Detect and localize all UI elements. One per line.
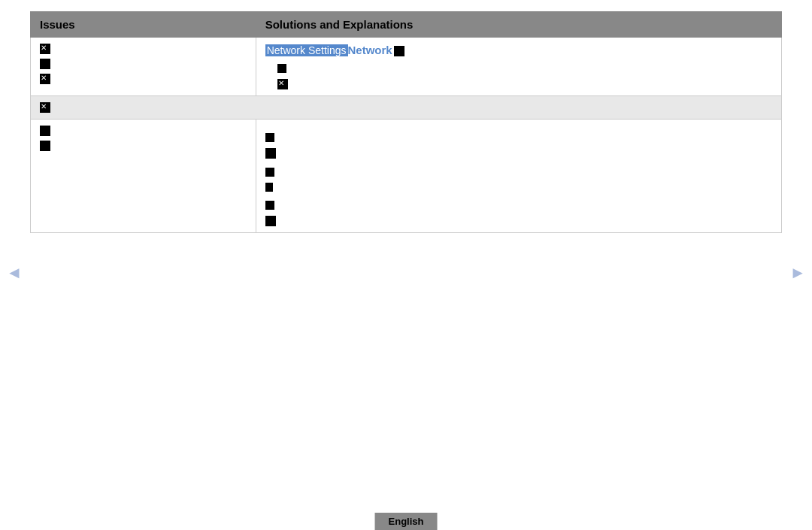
section1-sub-solutions [265,62,772,89]
issue-item-2 [40,59,247,69]
section2-solutions-list [265,132,772,226]
section2-sol-2 [265,147,772,159]
section2-sol-1 [265,132,772,142]
page-container: ◄ ► Issues Solutions and Explanations [0,0,812,530]
section2-sol-5 [265,199,772,210]
network-link-highlight1[interactable]: Network Settings [265,44,348,56]
section2-solutions-cell [256,120,781,233]
language-button[interactable]: English [375,513,438,530]
sol-icon-4 [265,183,273,192]
sol-icon-1 [265,133,274,142]
issue-icon-checked-1 [40,44,50,54]
section2-row [31,120,782,233]
nav-arrow-right[interactable]: ► [789,263,806,283]
section2-issue-1 [40,126,247,136]
section1-sub-item-2 [265,77,772,89]
section2-sol-3 [265,166,772,177]
section2-sol-4 [265,181,772,192]
sol-icon-5 [265,201,274,210]
section2-issue-2 [40,141,247,151]
section2-issues-cell [31,120,256,233]
sub-icon-2 [277,79,288,89]
col-issues-header: Issues [31,12,256,38]
sub-icon-1 [277,64,286,73]
issue-icon-solid-2 [40,59,50,69]
main-table: Issues Solutions and Explanations [30,11,782,233]
section2-header-icon [40,102,50,113]
table-header-row: Issues Solutions and Explanations [31,12,782,38]
section2-sol-6 [265,214,772,226]
network-link-line: Network SettingsNetwork [265,44,772,56]
section2-header-row [31,96,782,120]
sol-icon-6 [265,216,276,226]
issue-item-1 [40,44,247,54]
section2-issue-icon-2 [40,141,50,151]
sol-icon-2 [265,148,276,159]
col-solutions-header: Solutions and Explanations [256,12,781,38]
network-link-text2[interactable]: Network [348,44,392,56]
issue-item-3 [40,74,247,84]
sol-icon-3 [265,168,274,177]
network-link-icon [394,46,404,56]
section2-issue-icon-1 [40,126,50,136]
section1-sub-item-1 [265,62,772,73]
section1-issues-cell [31,38,256,96]
nav-arrow-left[interactable]: ◄ [6,263,23,283]
issue-icon-checked-3 [40,74,50,84]
section1-solutions-cell: Network SettingsNetwork [256,38,781,96]
section1-row: Network SettingsNetwork [31,38,782,96]
section2-header-icon-line [40,102,772,113]
section2-header-cell [31,96,782,120]
section2-issues-list [40,126,247,151]
section1-issues-list [40,44,247,84]
main-table-wrapper: Issues Solutions and Explanations [30,11,782,233]
